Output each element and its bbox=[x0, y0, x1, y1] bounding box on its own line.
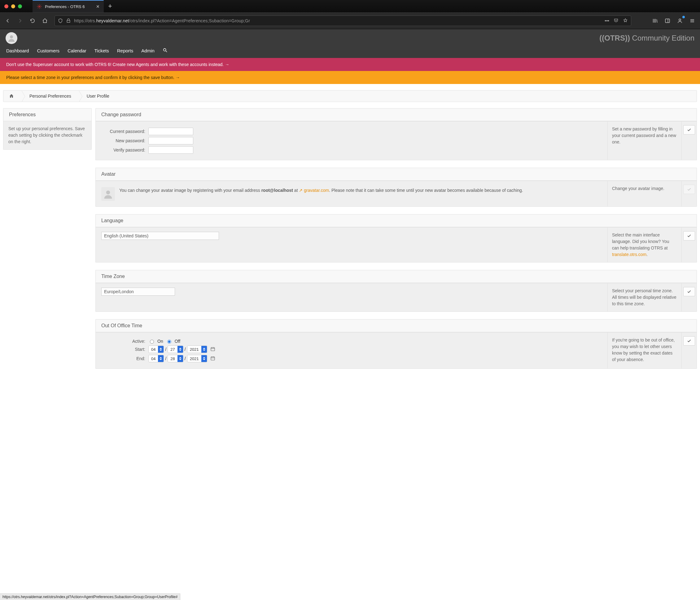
nav-calendar[interactable]: Calendar bbox=[68, 48, 86, 53]
timezone-desc: Select your personal time zone. All time… bbox=[607, 283, 682, 311]
banner-text: Don't use the Superuser account to work … bbox=[6, 62, 229, 67]
account-icon[interactable] bbox=[675, 16, 685, 26]
input-verify-password[interactable] bbox=[148, 146, 193, 154]
user-avatar[interactable] bbox=[6, 32, 17, 44]
menu-icon[interactable] bbox=[687, 16, 698, 26]
panel-title: Avatar bbox=[96, 168, 697, 181]
start-year-select[interactable]: 2021 bbox=[187, 345, 207, 353]
tab-strip: Preferences - OTRS 6 × + bbox=[32, 0, 117, 13]
url-host: heyvaldemar.net bbox=[96, 18, 129, 23]
avatar-desc: Change your avatar image. bbox=[607, 181, 682, 207]
input-current-password[interactable] bbox=[148, 128, 193, 135]
calendar-icon[interactable] bbox=[210, 346, 215, 352]
browser-chrome: Preferences - OTRS 6 × + https://otrs.he… bbox=[0, 0, 700, 29]
breadcrumb-userprofile: User Profile bbox=[79, 91, 117, 102]
breadcrumb: Personal Preferences User Profile bbox=[3, 90, 697, 102]
pocket-icon[interactable] bbox=[614, 18, 619, 24]
save-timezone-button[interactable] bbox=[683, 287, 695, 296]
radio-off[interactable] bbox=[167, 340, 171, 344]
save-language-button[interactable] bbox=[683, 231, 695, 240]
avatar-placeholder-icon bbox=[101, 187, 115, 201]
brand-rest: Community Edition bbox=[630, 34, 694, 42]
svg-point-12 bbox=[163, 49, 166, 51]
panel-title: Change password bbox=[96, 109, 697, 121]
sidebar-toggle-icon[interactable] bbox=[662, 16, 673, 26]
avatar-email: root@localhost bbox=[261, 188, 293, 193]
window-titlebar: Preferences - OTRS 6 × + bbox=[0, 0, 700, 13]
label-end: End: bbox=[96, 356, 148, 361]
url-text: https://otrs.heyvaldemar.net/otrs/index.… bbox=[74, 18, 601, 23]
side-panel-title: Preferences bbox=[3, 109, 91, 121]
breadcrumb-home[interactable] bbox=[3, 91, 21, 102]
side-preferences-panel: Preferences Set up your personal prefere… bbox=[3, 108, 92, 150]
date-sep: / bbox=[165, 356, 166, 361]
end-month-select[interactable]: 04 bbox=[148, 355, 164, 362]
tab-close-icon[interactable]: × bbox=[96, 4, 99, 9]
date-sep: / bbox=[184, 356, 186, 361]
save-avatar-button[interactable] bbox=[683, 185, 695, 194]
label-new-password: New password: bbox=[96, 138, 148, 143]
save-ooo-button[interactable] bbox=[683, 336, 695, 345]
gravatar-link[interactable]: gravatar.com bbox=[304, 188, 329, 193]
new-tab-button[interactable]: + bbox=[104, 0, 117, 13]
breadcrumb-preferences[interactable]: Personal Preferences bbox=[21, 91, 79, 102]
svg-rect-15 bbox=[211, 347, 215, 351]
url-bar[interactable]: https://otrs.heyvaldemar.net/otrs/index.… bbox=[54, 16, 631, 26]
side-panel-text: Set up your personal preferences. Save e… bbox=[3, 121, 91, 149]
nav-dashboard[interactable]: Dashboard bbox=[6, 48, 29, 53]
banner-superuser-warning[interactable]: Don't use the Superuser account to work … bbox=[0, 58, 700, 71]
panel-title: Out Of Office Time bbox=[96, 319, 697, 332]
window-close[interactable] bbox=[4, 4, 8, 8]
nav-tickets[interactable]: Tickets bbox=[95, 48, 109, 53]
nav-search-icon[interactable] bbox=[162, 48, 168, 54]
tab-title: Preferences - OTRS 6 bbox=[45, 4, 93, 9]
label-verify-password: Verify password: bbox=[96, 147, 148, 152]
page-actions-icon[interactable]: ••• bbox=[605, 18, 609, 23]
bookmark-star-icon[interactable] bbox=[623, 18, 628, 24]
browser-tab[interactable]: Preferences - OTRS 6 × bbox=[32, 0, 104, 13]
avatar-text: You can change your avatar image by regi… bbox=[119, 187, 523, 201]
url-path: /otrs/index.pl?Action=AgentPreferences;S… bbox=[129, 18, 250, 23]
nav-reload-button[interactable] bbox=[27, 16, 38, 26]
language-select[interactable]: English (United States) bbox=[101, 232, 219, 240]
end-day-select[interactable]: 28 bbox=[168, 355, 183, 362]
nav-back-button[interactable] bbox=[2, 16, 13, 26]
library-icon[interactable] bbox=[650, 16, 660, 26]
svg-line-13 bbox=[166, 51, 167, 52]
external-link-icon: ↗ bbox=[299, 188, 304, 193]
language-desc: Select the main interface language. Did … bbox=[607, 227, 682, 262]
url-scheme: https://otrs. bbox=[74, 18, 96, 23]
svg-rect-5 bbox=[665, 19, 670, 23]
nav-customers[interactable]: Customers bbox=[37, 48, 59, 53]
svg-rect-19 bbox=[211, 357, 215, 360]
translate-link[interactable]: translate.otrs.com bbox=[612, 252, 646, 257]
panel-timezone: Time Zone Europe/London Select your pers… bbox=[95, 270, 697, 312]
brand-strong: ((OTRS)) bbox=[599, 34, 630, 42]
svg-point-7 bbox=[679, 19, 681, 21]
app-nav: Dashboard Customers Calendar Tickets Rep… bbox=[0, 45, 700, 58]
banner-timezone-warning[interactable]: Please select a time zone in your prefer… bbox=[0, 71, 700, 84]
ooo-desc: If you're going to be out of office, you… bbox=[607, 333, 682, 368]
nav-reports[interactable]: Reports bbox=[117, 48, 133, 53]
svg-point-14 bbox=[106, 191, 110, 195]
window-minimize[interactable] bbox=[11, 4, 15, 8]
label-start: Start: bbox=[96, 347, 148, 352]
start-day-select[interactable]: 27 bbox=[168, 345, 183, 353]
nav-forward-button[interactable] bbox=[15, 16, 25, 26]
calendar-icon[interactable] bbox=[210, 356, 215, 362]
window-zoom[interactable] bbox=[18, 4, 22, 8]
url-actions: ••• bbox=[605, 18, 628, 24]
panel-avatar: Avatar You can change your avatar image … bbox=[95, 168, 697, 207]
nav-admin[interactable]: Admin bbox=[141, 48, 154, 53]
input-new-password[interactable] bbox=[148, 137, 193, 144]
nav-home-button[interactable] bbox=[40, 16, 50, 26]
timezone-select[interactable]: Europe/London bbox=[101, 288, 175, 296]
save-password-button[interactable] bbox=[683, 125, 695, 135]
window-controls bbox=[0, 4, 26, 8]
tracking-shield-icon[interactable] bbox=[58, 18, 63, 23]
end-year-select[interactable]: 2021 bbox=[187, 355, 207, 362]
start-month-select[interactable]: 04 bbox=[148, 345, 164, 353]
radio-on[interactable] bbox=[150, 340, 154, 344]
lock-icon[interactable] bbox=[66, 18, 71, 23]
browser-toolbar: https://otrs.heyvaldemar.net/otrs/index.… bbox=[0, 13, 700, 29]
